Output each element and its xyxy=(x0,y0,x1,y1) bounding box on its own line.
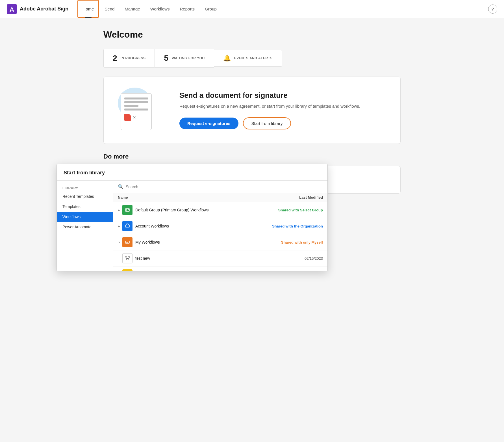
col-modified: Last Modified xyxy=(299,195,323,200)
stats-bar: 2 IN PROGRESS 5 WAITING FOR YOU 🔔 EVENTS… xyxy=(103,49,401,68)
search-icon: 🔍 xyxy=(118,184,123,189)
brand: Adobe Acrobat Sign xyxy=(7,4,68,14)
in-progress-label: IN PROGRESS xyxy=(121,56,146,60)
waiting-count: 5 xyxy=(164,54,168,63)
library-main: 🔍 Name Last Modified ▶ xyxy=(113,181,327,205)
doc-line-3 xyxy=(124,105,138,107)
do-more-title: Do more xyxy=(103,153,401,160)
sidebar-item-templates[interactable]: Templates xyxy=(57,201,113,205)
stat-in-progress[interactable]: 2 IN PROGRESS xyxy=(103,49,155,68)
doc-line-2 xyxy=(124,101,148,103)
help-button[interactable]: ? xyxy=(488,5,497,14)
col-name: Name xyxy=(118,195,128,200)
nav-reports[interactable]: Reports xyxy=(175,0,199,18)
hero-illustration: ✕ xyxy=(115,90,166,130)
hero-card: ✕ Send a document for signature Request … xyxy=(103,77,401,144)
library-sidebar: Library Recent Templates Templates Workf… xyxy=(57,181,113,205)
alerts-label: EVENTS AND ALERTS xyxy=(234,56,273,60)
navbar: Adobe Acrobat Sign Home Send Manage Work… xyxy=(0,0,504,18)
library-panel-title: Start from library xyxy=(57,164,327,181)
library-search-bar: 🔍 xyxy=(113,181,327,193)
nav-home[interactable]: Home xyxy=(77,0,99,18)
library-search-input[interactable] xyxy=(126,185,323,189)
hero-actions: Request e-signatures Start from library xyxy=(179,117,389,129)
start-from-library-button[interactable]: Start from library xyxy=(243,117,291,129)
adobe-logo-icon xyxy=(7,4,17,14)
stat-waiting[interactable]: 5 WAITING FOR YOU xyxy=(155,49,214,68)
library-panel-body: Library Recent Templates Templates Workf… xyxy=(57,181,327,205)
waiting-label: WAITING FOR YOU xyxy=(172,56,205,60)
page-title: Welcome xyxy=(103,29,401,40)
navbar-right: ? xyxy=(488,5,497,14)
doc-line-4 xyxy=(124,109,148,110)
nav-workflows[interactable]: Workflows xyxy=(146,0,174,18)
nav-send[interactable]: Send xyxy=(100,0,119,18)
library-sidebar-section: Library xyxy=(57,184,113,191)
nav-manage[interactable]: Manage xyxy=(120,0,144,18)
library-dropdown-panel: Start from library Library Recent Templa… xyxy=(57,164,328,205)
table-row[interactable]: ▶ Default Group (Primary Group) Workflow… xyxy=(113,202,327,205)
library-rows: ▶ Default Group (Primary Group) Workflow… xyxy=(113,202,327,205)
nav-items: Home Send Manage Workflows Reports Group xyxy=(77,0,221,18)
hero-description: Request e-signatures on a new agreement,… xyxy=(179,103,389,110)
stat-alerts[interactable]: 🔔 EVENTS AND ALERTS xyxy=(214,50,282,67)
table-header: Name Last Modified xyxy=(113,193,327,202)
doc-line-1 xyxy=(124,97,148,99)
stamp-red-icon xyxy=(124,114,131,121)
sidebar-item-recent[interactable]: Recent Templates xyxy=(57,191,113,201)
doc-stamp: ✕ xyxy=(124,114,148,121)
bell-icon: 🔔 xyxy=(223,55,231,62)
doc-paper-icon: ✕ xyxy=(121,93,152,130)
nav-group[interactable]: Group xyxy=(200,0,221,18)
hero-title: Send a document for signature xyxy=(179,91,389,100)
stamp-x-icon: ✕ xyxy=(133,115,136,120)
brand-name: Adobe Acrobat Sign xyxy=(20,6,68,12)
in-progress-count: 2 xyxy=(113,54,117,63)
hero-text: Send a document for signature Request e-… xyxy=(179,91,389,130)
request-esignatures-button[interactable]: Request e-signatures xyxy=(179,118,238,129)
